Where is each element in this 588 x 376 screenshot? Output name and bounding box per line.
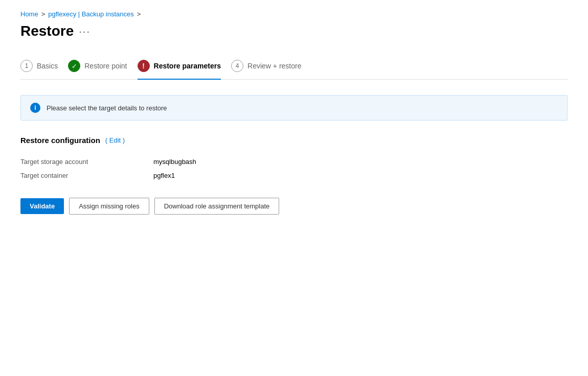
step-basics-label: Basics [37, 62, 58, 70]
config-row-container: Target container pgflex1 [20, 169, 568, 182]
config-label-storage: Target storage account [20, 158, 123, 166]
page-title: Restore [20, 23, 74, 39]
breadcrumb-sep2: > [137, 10, 141, 18]
step-review-restore[interactable]: 4 Review + restore [231, 55, 311, 79]
info-banner-message: Please select the target details to rest… [47, 104, 167, 112]
step-restore-parameters-label: Restore parameters [154, 62, 221, 70]
step-restore-point[interactable]: ✓ Restore point [68, 55, 137, 79]
restore-config-header: Restore configuration ( Edit ) [20, 136, 568, 145]
step-restore-parameters[interactable]: ! Restore parameters [138, 55, 232, 79]
edit-link[interactable]: ( Edit ) [105, 136, 125, 144]
step-restore-parameters-circle: ! [138, 60, 150, 72]
config-table: Target storage account mysqlbugbash Targ… [20, 155, 568, 182]
breadcrumb: Home > pgflexecy | Backup instances > [20, 10, 568, 18]
step-restore-point-circle: ✓ [68, 60, 80, 72]
config-label-container: Target container [20, 172, 123, 179]
button-row: Validate Assign missing roles Download r… [20, 198, 568, 215]
page-title-row: Restore ··· [20, 23, 568, 39]
config-value-container: pgflex1 [153, 172, 175, 179]
breadcrumb-instance[interactable]: pgflexecy | Backup instances [48, 10, 133, 18]
wizard-steps: 1 Basics ✓ Restore point ! Restore param… [20, 55, 568, 80]
config-value-storage: mysqlbugbash [153, 158, 196, 166]
step-review-restore-label: Review + restore [247, 62, 301, 70]
config-row-storage: Target storage account mysqlbugbash [20, 155, 568, 169]
step-restore-point-label: Restore point [84, 62, 127, 70]
breadcrumb-sep1: > [41, 10, 46, 18]
assign-missing-roles-button[interactable]: Assign missing roles [69, 198, 149, 215]
step-review-restore-circle: 4 [231, 60, 243, 72]
download-template-button[interactable]: Download role assignment template [154, 198, 280, 215]
info-icon: i [30, 103, 40, 113]
step-basics-circle: 1 [20, 60, 33, 72]
step-basics[interactable]: 1 Basics [20, 55, 68, 79]
more-options-icon[interactable]: ··· [79, 26, 91, 37]
breadcrumb-home[interactable]: Home [20, 10, 38, 18]
validate-button[interactable]: Validate [20, 198, 64, 214]
info-banner: i Please select the target details to re… [20, 95, 568, 121]
restore-config-title: Restore configuration [20, 136, 100, 145]
